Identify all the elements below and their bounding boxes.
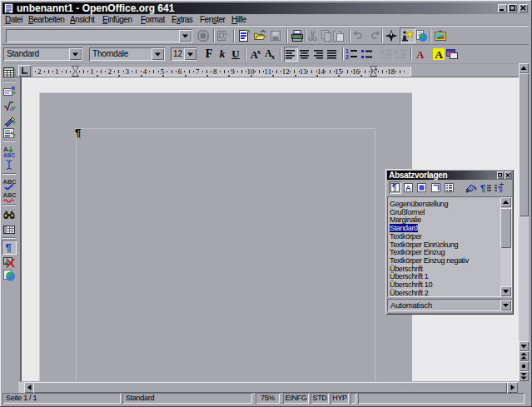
svg-text:1: 1 — [346, 48, 349, 54]
svg-text:x: x — [271, 53, 275, 61]
svg-text:ABC: ABC — [3, 178, 17, 186]
svg-text:¶: ¶ — [392, 183, 397, 192]
svg-text:2: 2 — [346, 54, 349, 60]
svg-text:A: A — [435, 48, 444, 61]
svg-text:¶: ¶ — [6, 241, 12, 254]
svg-text:ABC: ABC — [3, 152, 15, 158]
svg-text:A: A — [416, 48, 425, 61]
svg-text:x: x — [257, 48, 261, 56]
svg-text:ABC: ABC — [3, 191, 17, 199]
svg-text:A: A — [405, 184, 411, 192]
svg-text:¶: ¶ — [480, 183, 485, 193]
